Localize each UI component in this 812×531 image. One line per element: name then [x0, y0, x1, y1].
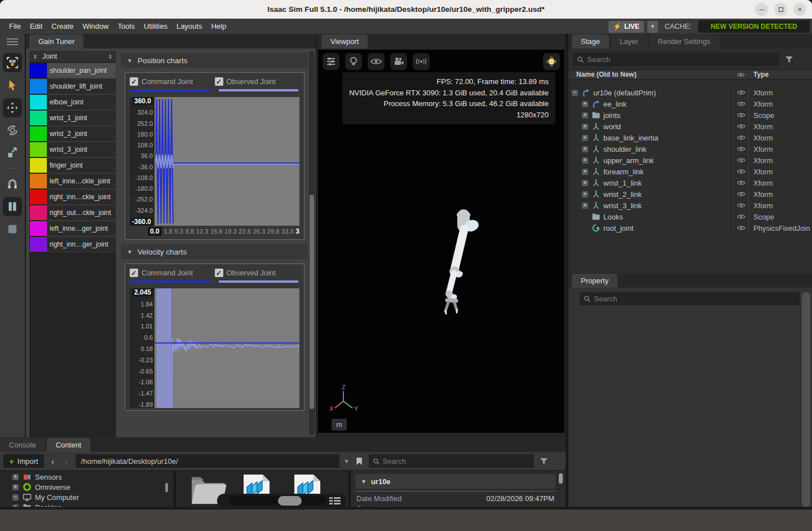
joint-row[interactable]: elbow_joint [29, 94, 116, 110]
grip-handle-icon[interactable] [7, 38, 18, 45]
menu-utilities[interactable]: Utilities [139, 19, 172, 34]
pause-icon[interactable] [3, 197, 22, 216]
camera-icon[interactable] [390, 53, 407, 70]
joint-row[interactable]: right_inn…ckle_joint [29, 189, 116, 205]
visibility-eye-icon[interactable] [733, 177, 749, 188]
menu-layouts[interactable]: Layouts [172, 19, 207, 34]
grid-view-icon[interactable] [329, 496, 343, 506]
content-search-input[interactable] [369, 454, 534, 468]
render-settings-sliders-icon[interactable] [323, 53, 339, 70]
navigation-gizmo-sun-icon[interactable] [543, 53, 560, 70]
visibility-eye-icon[interactable] [368, 53, 385, 70]
expand-box-icon[interactable]: + [582, 146, 588, 152]
visibility-eye-icon[interactable] [733, 132, 749, 143]
joint-row[interactable]: right_out…ckle_joint [29, 205, 116, 221]
menu-file[interactable]: File [5, 19, 25, 34]
expand-box-icon[interactable]: + [12, 474, 19, 480]
joint-row[interactable]: shoulder_pan_joint [29, 63, 116, 78]
visibility-eye-icon[interactable] [733, 222, 749, 234]
content-tree-label[interactable]: My Computer [35, 493, 79, 502]
menu-create[interactable]: Create [47, 19, 78, 34]
velocity-charts-header[interactable]: ▼ Velocity charts [121, 244, 308, 259]
prim-name[interactable]: joints [603, 111, 620, 120]
prim-name[interactable]: world [603, 122, 621, 131]
joint-row[interactable]: shoulder_lift_joint [29, 78, 116, 94]
stage-tree-row[interactable]: +jointsScope [568, 109, 812, 121]
prim-name[interactable]: wrist_2_link [603, 190, 642, 199]
visibility-eye-icon[interactable] [733, 188, 749, 200]
stage-tree-row[interactable]: −ur10e (defaultPrim)Xform [568, 87, 812, 98]
property-scrollbar[interactable] [802, 292, 810, 507]
visibility-eye-icon[interactable] [733, 109, 749, 121]
axis-orientation-gizmo[interactable]: Z X Y [327, 384, 367, 416]
stop-icon[interactable] [3, 220, 22, 239]
observed-joint-checkbox[interactable]: ✓ Observed Joint [215, 269, 300, 277]
visibility-eye-icon[interactable] [733, 200, 749, 211]
unit-badge[interactable]: m [332, 419, 347, 431]
checkbox-checked-icon[interactable]: ✓ [130, 269, 138, 277]
scale-tool-icon[interactable] [3, 143, 22, 163]
position-charts-header[interactable]: ▼ Position charts [121, 53, 308, 68]
visibility-eye-icon[interactable] [733, 166, 749, 177]
checkbox-checked-icon[interactable]: ✓ [130, 77, 138, 86]
menu-help[interactable]: Help [206, 19, 231, 34]
collapse-box-icon[interactable]: − [12, 494, 19, 501]
tab-viewport[interactable]: Viewport [321, 34, 368, 49]
expand-box-icon[interactable]: + [582, 112, 588, 119]
stage-tree-row[interactable]: +wrist_1_linkXform [568, 177, 812, 188]
options-hamburger-icon[interactable] [798, 55, 807, 64]
property-search-input[interactable] [580, 292, 800, 305]
options-hamburger-icon[interactable] [553, 457, 562, 466]
thumbnail-size-slider[interactable] [217, 494, 346, 507]
prim-name[interactable]: Looks [603, 213, 623, 221]
back-chevron-icon[interactable]: ‹ [48, 457, 58, 466]
prim-name[interactable]: ee_link [603, 100, 626, 108]
command-joint-checkbox[interactable]: ✓ Command Joint [130, 77, 215, 86]
slider-handle[interactable] [278, 496, 302, 506]
content-tree-row[interactable]: +Desktop [0, 502, 174, 507]
stage-tree-row[interactable]: +base_link_inertiaXform [568, 132, 812, 143]
version-banner[interactable]: NEW VERSION DETECTED [698, 20, 810, 33]
joint-row[interactable]: finger_joint [29, 157, 116, 173]
joint-row[interactable]: left_inne…ger_joint [29, 221, 116, 236]
joint-row[interactable]: wrist_3_joint [29, 142, 116, 157]
joint-row[interactable]: wrist_2_joint [29, 126, 116, 142]
details-scrollbar[interactable] [559, 473, 563, 484]
tab-content[interactable]: Content [47, 438, 91, 452]
prim-name[interactable]: base_link_inertia [603, 134, 659, 142]
sort-icon[interactable]: ▲▼ [33, 54, 37, 59]
expand-box-icon[interactable]: + [582, 135, 588, 141]
stage-tree-row[interactable]: LooksScope [568, 211, 812, 222]
tab-stage[interactable]: Stage [572, 34, 609, 49]
checkbox-checked-icon[interactable]: ✓ [215, 77, 223, 86]
joint-table-header[interactable]: ▲▼ Joint ▲▼ [29, 51, 116, 63]
forward-chevron-icon[interactable]: › [62, 457, 71, 466]
content-tree-label[interactable]: Sensors [35, 473, 62, 481]
minimize-button[interactable]: ─ [755, 3, 768, 16]
stage-search-input[interactable] [573, 52, 779, 66]
tab-property[interactable]: Property [572, 274, 617, 288]
visibility-eye-icon[interactable] [733, 121, 749, 132]
signal-emitter-icon[interactable] [413, 53, 430, 70]
live-dropdown-chevron-icon[interactable]: ▼ [647, 21, 658, 33]
expand-box-icon[interactable]: + [582, 124, 588, 130]
prim-name[interactable]: wrist_3_link [603, 201, 642, 210]
expand-box-icon[interactable]: + [582, 169, 588, 175]
prim-name[interactable]: upper_arm_link [603, 156, 654, 165]
menu-tools[interactable]: Tools [113, 19, 139, 34]
command-joint-checkbox[interactable]: ✓ Command Joint [130, 269, 215, 277]
content-tree-row[interactable]: +Sensors [0, 472, 174, 482]
stage-tree-row[interactable]: +shoulder_linkXform [568, 143, 812, 155]
tab-console[interactable]: Console [0, 438, 45, 452]
stage-tree-row[interactable]: +worldXform [568, 121, 812, 132]
content-tree-scrollbar[interactable] [165, 483, 168, 492]
stage-tree-row[interactable]: root_jointPhysicsFixedJoin [568, 222, 812, 234]
prim-name[interactable]: wrist_1_link [603, 179, 642, 187]
snap-magnet-icon[interactable] [3, 174, 22, 194]
joint-row[interactable]: wrist_1_joint [29, 110, 116, 126]
robot-arm[interactable] [429, 203, 496, 324]
viewport-3d-view[interactable]: FPS: 72.00, Frame time: 13.89 msNVIDIA G… [318, 50, 564, 433]
expand-box-icon[interactable]: + [12, 484, 19, 490]
cursor-select-icon[interactable] [3, 76, 22, 95]
lighting-bulb-icon[interactable] [345, 53, 362, 70]
